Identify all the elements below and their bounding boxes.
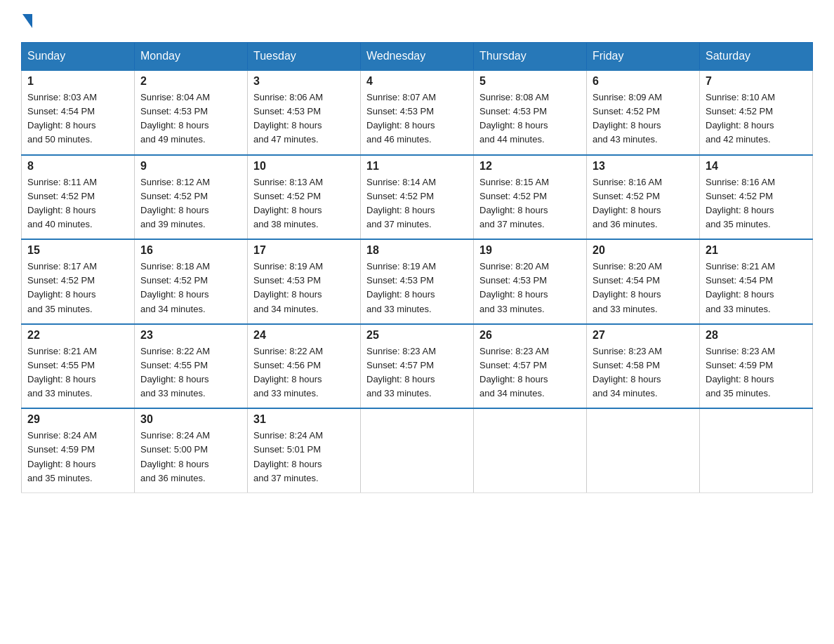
day-info: Sunrise: 8:04 AMSunset: 4:53 PMDaylight:… — [140, 90, 241, 147]
day-number: 1 — [27, 75, 128, 88]
day-info: Sunrise: 8:12 AMSunset: 4:52 PMDaylight:… — [140, 175, 241, 232]
calendar-cell: 29Sunrise: 8:24 AMSunset: 4:59 PMDayligh… — [22, 408, 135, 492]
calendar-cell: 2Sunrise: 8:04 AMSunset: 4:53 PMDaylight… — [135, 70, 248, 155]
day-info: Sunrise: 8:11 AMSunset: 4:52 PMDaylight:… — [27, 175, 128, 232]
calendar-cell: 23Sunrise: 8:22 AMSunset: 4:55 PMDayligh… — [135, 324, 248, 409]
calendar-cell: 28Sunrise: 8:23 AMSunset: 4:59 PMDayligh… — [700, 324, 813, 409]
day-number: 18 — [366, 244, 468, 257]
day-info: Sunrise: 8:23 AMSunset: 4:59 PMDaylight:… — [706, 344, 807, 401]
day-number: 27 — [593, 329, 694, 342]
calendar-cell: 20Sunrise: 8:20 AMSunset: 4:54 PMDayligh… — [587, 239, 700, 324]
week-row-4: 22Sunrise: 8:21 AMSunset: 4:55 PMDayligh… — [22, 324, 813, 409]
calendar-cell: 11Sunrise: 8:14 AMSunset: 4:52 PMDayligh… — [361, 155, 474, 240]
day-info: Sunrise: 8:08 AMSunset: 4:53 PMDaylight:… — [479, 90, 581, 147]
calendar-cell: 5Sunrise: 8:08 AMSunset: 4:53 PMDaylight… — [474, 70, 587, 155]
calendar-cell — [587, 408, 700, 492]
day-number: 5 — [479, 75, 581, 88]
day-info: Sunrise: 8:18 AMSunset: 4:52 PMDaylight:… — [140, 260, 241, 316]
calendar-cell: 10Sunrise: 8:13 AMSunset: 4:52 PMDayligh… — [248, 155, 361, 240]
day-number: 26 — [479, 329, 581, 342]
col-header-tuesday: Tuesday — [248, 43, 361, 71]
day-number: 20 — [593, 244, 694, 257]
day-number: 25 — [366, 329, 468, 342]
calendar-cell — [361, 408, 474, 492]
logo-triangle-icon — [22, 14, 32, 28]
day-info: Sunrise: 8:24 AMSunset: 4:59 PMDaylight:… — [27, 429, 128, 485]
calendar-cell: 15Sunrise: 8:17 AMSunset: 4:52 PMDayligh… — [22, 239, 135, 324]
day-number: 21 — [706, 244, 807, 257]
day-number: 6 — [593, 75, 694, 88]
day-number: 17 — [253, 244, 355, 257]
day-number: 3 — [253, 75, 355, 88]
calendar-cell: 26Sunrise: 8:23 AMSunset: 4:57 PMDayligh… — [474, 324, 587, 409]
day-info: Sunrise: 8:23 AMSunset: 4:57 PMDaylight:… — [366, 344, 468, 401]
day-info: Sunrise: 8:09 AMSunset: 4:52 PMDaylight:… — [593, 90, 694, 147]
calendar-cell: 8Sunrise: 8:11 AMSunset: 4:52 PMDaylight… — [22, 155, 135, 240]
day-number: 19 — [479, 244, 581, 257]
calendar-cell: 22Sunrise: 8:21 AMSunset: 4:55 PMDayligh… — [22, 324, 135, 409]
day-info: Sunrise: 8:22 AMSunset: 4:55 PMDaylight:… — [140, 344, 241, 401]
col-header-friday: Friday — [587, 43, 700, 71]
day-info: Sunrise: 8:21 AMSunset: 4:55 PMDaylight:… — [27, 344, 128, 401]
col-header-thursday: Thursday — [474, 43, 587, 71]
day-info: Sunrise: 8:06 AMSunset: 4:53 PMDaylight:… — [253, 90, 355, 147]
calendar-cell: 24Sunrise: 8:22 AMSunset: 4:56 PMDayligh… — [248, 324, 361, 409]
day-info: Sunrise: 8:23 AMSunset: 4:58 PMDaylight:… — [593, 344, 694, 401]
calendar-cell: 27Sunrise: 8:23 AMSunset: 4:58 PMDayligh… — [587, 324, 700, 409]
day-info: Sunrise: 8:17 AMSunset: 4:52 PMDaylight:… — [27, 260, 128, 316]
calendar-cell: 9Sunrise: 8:12 AMSunset: 4:52 PMDaylight… — [135, 155, 248, 240]
day-number: 15 — [27, 244, 128, 257]
day-number: 30 — [140, 413, 241, 426]
day-number: 11 — [366, 160, 468, 173]
calendar-cell: 16Sunrise: 8:18 AMSunset: 4:52 PMDayligh… — [135, 239, 248, 324]
calendar-cell: 21Sunrise: 8:21 AMSunset: 4:54 PMDayligh… — [700, 239, 813, 324]
day-number: 12 — [479, 160, 581, 173]
calendar-cell — [700, 408, 813, 492]
calendar-table: SundayMondayTuesdayWednesdayThursdayFrid… — [21, 42, 813, 493]
day-info: Sunrise: 8:19 AMSunset: 4:53 PMDaylight:… — [366, 260, 468, 316]
day-info: Sunrise: 8:14 AMSunset: 4:52 PMDaylight:… — [366, 175, 468, 232]
day-info: Sunrise: 8:16 AMSunset: 4:52 PMDaylight:… — [706, 175, 807, 232]
day-number: 13 — [593, 160, 694, 173]
calendar-cell: 13Sunrise: 8:16 AMSunset: 4:52 PMDayligh… — [587, 155, 700, 240]
col-header-wednesday: Wednesday — [361, 43, 474, 71]
page-header — [21, 14, 813, 28]
calendar-cell: 3Sunrise: 8:06 AMSunset: 4:53 PMDaylight… — [248, 70, 361, 155]
day-info: Sunrise: 8:23 AMSunset: 4:57 PMDaylight:… — [479, 344, 581, 401]
calendar-cell: 7Sunrise: 8:10 AMSunset: 4:52 PMDaylight… — [700, 70, 813, 155]
day-info: Sunrise: 8:20 AMSunset: 4:54 PMDaylight:… — [593, 260, 694, 316]
day-number: 7 — [706, 75, 807, 88]
calendar-cell: 19Sunrise: 8:20 AMSunset: 4:53 PMDayligh… — [474, 239, 587, 324]
calendar-cell — [474, 408, 587, 492]
day-info: Sunrise: 8:24 AMSunset: 5:00 PMDaylight:… — [140, 429, 241, 485]
day-number: 8 — [27, 160, 128, 173]
day-info: Sunrise: 8:15 AMSunset: 4:52 PMDaylight:… — [479, 175, 581, 232]
calendar-cell: 31Sunrise: 8:24 AMSunset: 5:01 PMDayligh… — [248, 408, 361, 492]
day-number: 23 — [140, 329, 241, 342]
week-row-3: 15Sunrise: 8:17 AMSunset: 4:52 PMDayligh… — [22, 239, 813, 324]
day-info: Sunrise: 8:19 AMSunset: 4:53 PMDaylight:… — [253, 260, 355, 316]
day-number: 29 — [27, 413, 128, 426]
day-number: 28 — [706, 329, 807, 342]
day-number: 10 — [253, 160, 355, 173]
calendar-cell: 17Sunrise: 8:19 AMSunset: 4:53 PMDayligh… — [248, 239, 361, 324]
day-info: Sunrise: 8:03 AMSunset: 4:54 PMDaylight:… — [27, 90, 128, 147]
day-number: 22 — [27, 329, 128, 342]
day-info: Sunrise: 8:24 AMSunset: 5:01 PMDaylight:… — [253, 429, 355, 485]
day-number: 4 — [366, 75, 468, 88]
calendar-cell: 30Sunrise: 8:24 AMSunset: 5:00 PMDayligh… — [135, 408, 248, 492]
calendar-cell: 25Sunrise: 8:23 AMSunset: 4:57 PMDayligh… — [361, 324, 474, 409]
header-row: SundayMondayTuesdayWednesdayThursdayFrid… — [22, 43, 813, 71]
day-info: Sunrise: 8:20 AMSunset: 4:53 PMDaylight:… — [479, 260, 581, 316]
col-header-saturday: Saturday — [700, 43, 813, 71]
calendar-cell: 14Sunrise: 8:16 AMSunset: 4:52 PMDayligh… — [700, 155, 813, 240]
logo — [21, 14, 34, 28]
day-info: Sunrise: 8:13 AMSunset: 4:52 PMDaylight:… — [253, 175, 355, 232]
calendar-cell: 6Sunrise: 8:09 AMSunset: 4:52 PMDaylight… — [587, 70, 700, 155]
day-info: Sunrise: 8:07 AMSunset: 4:53 PMDaylight:… — [366, 90, 468, 147]
day-info: Sunrise: 8:22 AMSunset: 4:56 PMDaylight:… — [253, 344, 355, 401]
day-number: 16 — [140, 244, 241, 257]
day-number: 24 — [253, 329, 355, 342]
calendar-cell: 18Sunrise: 8:19 AMSunset: 4:53 PMDayligh… — [361, 239, 474, 324]
week-row-5: 29Sunrise: 8:24 AMSunset: 4:59 PMDayligh… — [22, 408, 813, 492]
